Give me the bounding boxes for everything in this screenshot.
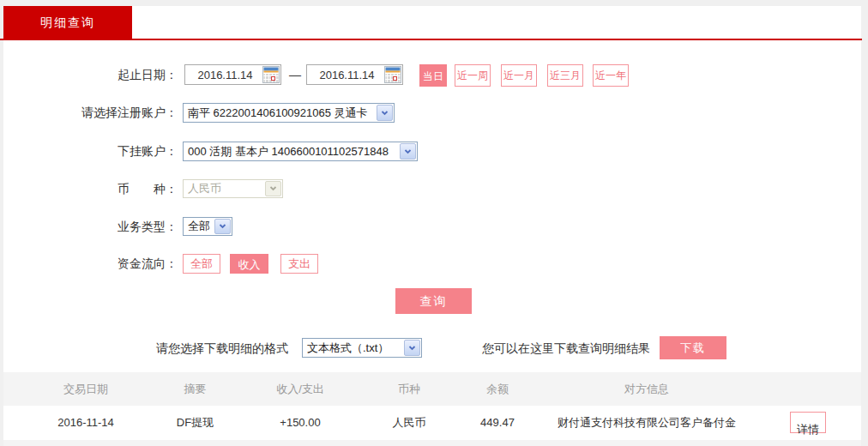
register-account-select[interactable]: 南平 6222001406100921065 灵通卡 <box>183 103 395 123</box>
chevron-down-icon <box>377 105 393 121</box>
table-footer-band <box>3 440 861 446</box>
download-button[interactable]: 下载 <box>660 336 726 359</box>
cell-trade-date: 2016-11-14 <box>34 406 137 440</box>
date-range-separator: — <box>285 64 305 85</box>
query-button[interactable]: 查询 <box>395 288 472 314</box>
fund-flow-income-button[interactable]: 收入 <box>230 254 268 274</box>
cell-counterparty: 财付通支付科技有限公司客户备付金 <box>539 406 754 440</box>
download-hint: 您可以在这里下载查询明细结果 <box>482 338 650 359</box>
fund-flow-all-button[interactable]: 全部 <box>183 254 220 274</box>
chevron-down-icon <box>265 181 281 196</box>
chevron-down-icon <box>404 340 420 356</box>
calendar-icon[interactable] <box>384 66 401 83</box>
business-type-select[interactable]: 全部 <box>183 217 232 236</box>
calendar-icon[interactable] <box>262 66 280 83</box>
register-account-value: 南平 6222001406100921065 灵通卡 <box>184 105 376 121</box>
business-type-label: 业务类型： <box>0 217 178 236</box>
detail-button[interactable]: 详情 <box>790 412 826 433</box>
table-row: 2016-11-14 DF提现 +150.00 人民币 449.47 财付通支付… <box>3 406 861 440</box>
currency-label: 币 种： <box>0 179 178 198</box>
cell-currency: 人民币 <box>366 406 452 440</box>
quick-range-month-button[interactable]: 近一月 <box>501 64 537 87</box>
fund-flow-expense-button[interactable]: 支出 <box>280 254 318 274</box>
end-date-input[interactable]: 2016.11.14 <box>306 64 403 85</box>
header-balance: 余额 <box>455 372 540 406</box>
chevron-down-icon <box>214 219 231 234</box>
header-counterparty: 对方信息 <box>539 372 754 406</box>
start-date-input[interactable]: 2016.11.14 <box>184 64 281 85</box>
sub-account-value: 000 活期 基本户 1406600101102571848 <box>184 144 399 160</box>
chevron-down-icon <box>400 143 416 160</box>
register-account-label: 请选择注册账户： <box>0 103 178 123</box>
quick-range-week-button[interactable]: 近一周 <box>455 64 491 87</box>
tab-underline <box>0 39 862 40</box>
cell-summary: DF提现 <box>150 406 240 440</box>
quick-range-3months-button[interactable]: 近三月 <box>547 64 583 87</box>
business-type-value: 全部 <box>184 219 214 234</box>
tab-detail-query[interactable]: 明细查询 <box>3 6 132 39</box>
cell-amount: +150.00 <box>257 406 343 440</box>
date-range-label: 起止日期： <box>0 64 178 85</box>
cell-balance: 449.47 <box>455 406 540 440</box>
header-trade-date: 交易日期 <box>34 372 137 406</box>
currency-select: 人民币 <box>183 179 283 198</box>
download-format-label: 请您选择下载明细的格式 <box>156 338 288 359</box>
header-summary: 摘要 <box>150 372 240 406</box>
header-income-expense: 收入/支出 <box>257 372 343 406</box>
download-format-select[interactable]: 文本格式（.txt） <box>302 338 422 358</box>
currency-value: 人民币 <box>184 181 264 196</box>
header-currency: 币种 <box>366 372 452 406</box>
fund-flow-label: 资金流向： <box>0 254 178 274</box>
quick-range-today-button[interactable]: 当日 <box>419 64 447 87</box>
quick-range-year-button[interactable]: 近一年 <box>593 64 629 87</box>
sub-account-label: 下挂账户： <box>0 142 178 161</box>
table-header-row: 交易日期 摘要 收入/支出 币种 余额 对方信息 <box>3 372 861 406</box>
detail-query-page: 明细查询 起止日期： 2016.11.14 — 2016.11.14 当日 近 <box>0 0 868 446</box>
download-format-value: 文本格式（.txt） <box>303 341 403 356</box>
sub-account-select[interactable]: 000 活期 基本户 1406600101102571848 <box>183 142 418 161</box>
